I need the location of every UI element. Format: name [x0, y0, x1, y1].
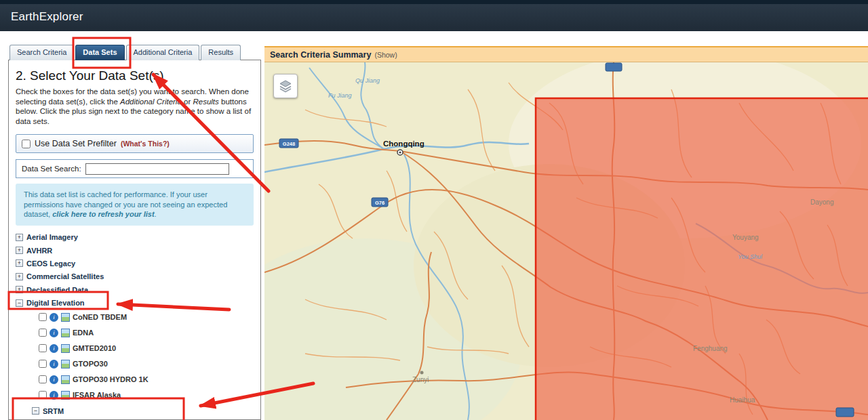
expand-plus-icon[interactable] — [16, 286, 23, 293]
instructions-italic-results: Results — [193, 98, 218, 106]
expand-plus-icon[interactable] — [16, 259, 23, 267]
category-digital-elevation[interactable]: Digital Elevation — [16, 296, 254, 309]
panel-heading: 2. Select Your Data Set(s) — [16, 68, 254, 83]
footprint-icon[interactable] — [61, 360, 70, 369]
dataset-label: EDNA — [73, 329, 94, 337]
place-label: Youyang — [732, 234, 759, 241]
dataset-row-gtopo30-hydro-1k: GTOPO30 HYDRO 1K — [39, 372, 254, 387]
category-commercial-satellites[interactable]: Commercial Satellites — [16, 270, 254, 283]
dataset-search-input[interactable] — [85, 163, 229, 175]
datasets-panel: 2. Select Your Data Set(s) Check the box… — [8, 60, 261, 420]
route-shield-g76: G76 — [372, 198, 388, 207]
dataset-checkbox[interactable] — [39, 375, 47, 383]
route-shield-icon — [836, 408, 854, 417]
instructions-text: or — [182, 98, 193, 106]
dataset-row-gmted2010: GMTED2010 — [39, 341, 254, 356]
instructions-italic-additional-criteria: Additional Criteria — [120, 98, 182, 106]
category-label: Commercial Satellites — [26, 272, 104, 280]
route-shield-g248: G248 — [279, 139, 298, 148]
dataset-row-gtopo30: GTOPO30 — [39, 356, 254, 372]
app-title: EarthExplorer — [11, 10, 83, 24]
dataset-checkbox[interactable] — [39, 391, 47, 399]
layers-icon — [278, 79, 293, 93]
dataset-label: GTOPO30 — [73, 360, 108, 368]
svg-text:G248: G248 — [283, 141, 295, 147]
category-label: Declassified Data — [26, 286, 88, 294]
prefilter-checkbox[interactable] — [22, 140, 31, 148]
collapse-minus-icon[interactable] — [32, 407, 39, 415]
search-criteria-summary-bar[interactable]: Search Criteria Summary (Show) — [264, 46, 868, 62]
dataset-search-box: Data Set Search: — [16, 159, 254, 178]
dataset-search-label: Data Set Search: — [22, 165, 81, 173]
prefilter-label: Use Data Set Prefilter — [35, 139, 117, 148]
dataset-row-edna: EDNA — [39, 325, 254, 341]
expand-plus-icon[interactable] — [16, 247, 23, 254]
tab-data-sets[interactable]: Data Sets — [75, 45, 124, 60]
summary-show-toggle[interactable]: (Show) — [374, 51, 397, 59]
dataset-row-ifsar-alaska: IFSAR Alaska — [39, 387, 254, 403]
tab-additional-criteria[interactable]: Additional Criteria — [126, 45, 200, 60]
expand-plus-icon[interactable] — [16, 273, 23, 280]
river-label: You Shul — [738, 253, 763, 260]
place-label: Dayong — [810, 198, 833, 206]
layers-button[interactable] — [273, 74, 298, 98]
collapse-minus-icon[interactable] — [16, 299, 23, 307]
info-icon[interactable] — [50, 344, 58, 353]
category-declassified-data[interactable]: Declassified Data — [16, 283, 254, 296]
category-label: Digital Elevation — [26, 299, 85, 307]
map-canvas: Chongqing Qu Jiang Fu Jiang You Shul You… — [264, 62, 868, 420]
category-aerial-imagery[interactable]: Aerial Imagery — [16, 231, 254, 244]
footprint-icon[interactable] — [61, 329, 70, 337]
dataset-tree: Aerial Imagery AVHRR CEOS Legacy Commerc… — [16, 231, 254, 419]
cache-notice-text: . — [155, 210, 157, 218]
prefilter-box: Use Data Set Prefilter (What's This?) — [16, 134, 254, 153]
category-srtm[interactable]: SRTM — [32, 403, 254, 419]
info-icon[interactable] — [50, 313, 58, 322]
place-label: Zunyi — [412, 376, 429, 383]
whats-this-link[interactable]: (What's This?) — [121, 140, 170, 148]
expand-plus-icon[interactable] — [16, 234, 23, 241]
dataset-checkbox[interactable] — [39, 329, 47, 337]
category-label: Aerial Imagery — [26, 233, 78, 241]
category-label: AVHRR — [26, 247, 52, 255]
category-label: CEOS Legacy — [26, 259, 75, 268]
place-label: Fenghuang — [693, 345, 728, 352]
river-label: Fu Jiang — [328, 92, 352, 99]
dataset-label: GMTED2010 — [73, 344, 116, 352]
info-icon[interactable] — [50, 329, 58, 337]
river-label: Qu Jiang — [355, 77, 380, 84]
tab-bar: Search Criteria Data Sets Additional Cri… — [9, 45, 241, 60]
dataset-checkbox[interactable] — [39, 360, 47, 368]
info-icon[interactable] — [50, 375, 58, 384]
dataset-checkbox[interactable] — [39, 344, 47, 352]
tab-search-criteria[interactable]: Search Criteria — [9, 45, 74, 60]
footprint-icon[interactable] — [61, 344, 70, 353]
dataset-label: GTOPO30 HYDRO 1K — [73, 375, 149, 383]
tab-results[interactable]: Results — [201, 45, 241, 60]
dataset-label: CoNED TBDEM — [73, 313, 127, 321]
summary-title: Search Criteria Summary — [270, 50, 371, 60]
info-icon[interactable] — [50, 391, 58, 400]
dataset-label: IFSAR Alaska — [73, 391, 121, 399]
dataset-row-coned-tbdem: CoNED TBDEM — [39, 310, 254, 325]
city-marker-chongqing — [397, 150, 403, 155]
selection-rectangle — [536, 98, 868, 420]
app-header: EarthExplorer — [0, 4, 868, 31]
cache-notice: This data set list is cached for perform… — [16, 184, 254, 226]
earthexplorer-window: EarthExplorer Search Criteria Data Sets … — [0, 0, 868, 420]
category-ceos-legacy[interactable]: CEOS Legacy — [16, 257, 254, 270]
footprint-icon[interactable] — [61, 313, 70, 322]
panel-instructions: Check the boxes for the data set(s) you … — [16, 87, 254, 126]
place-label: Huaihua — [730, 396, 755, 404]
town-marker-zunyi — [420, 371, 424, 375]
info-icon[interactable] — [50, 360, 58, 369]
category-avhrr[interactable]: AVHRR — [16, 244, 254, 257]
footprint-icon[interactable] — [61, 391, 70, 400]
city-label: Chongqing — [383, 140, 425, 148]
map-viewport[interactable]: Chongqing Qu Jiang Fu Jiang You Shul You… — [264, 62, 868, 420]
category-label: SRTM — [43, 407, 64, 415]
refresh-list-link[interactable]: click here to refresh your list — [52, 210, 154, 218]
svg-text:G76: G76 — [375, 200, 384, 206]
dataset-checkbox[interactable] — [39, 313, 47, 321]
footprint-icon[interactable] — [61, 375, 70, 384]
